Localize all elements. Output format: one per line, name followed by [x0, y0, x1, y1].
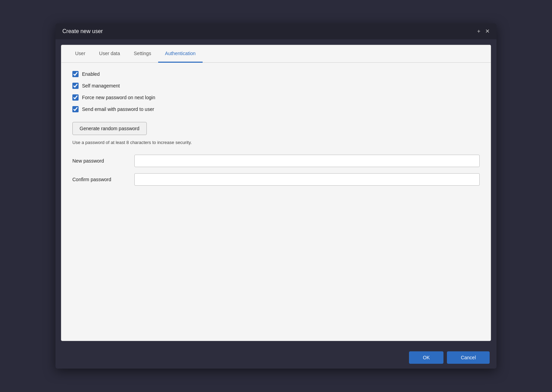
- selfmanagement-label: Self management: [82, 83, 120, 89]
- new-password-label: New password: [72, 158, 134, 164]
- checkbox-row-selfmanagement: Self management: [72, 83, 480, 89]
- ok-button[interactable]: OK: [409, 351, 443, 364]
- enabled-label: Enabled: [82, 71, 100, 77]
- generate-random-password-button[interactable]: Generate random password: [72, 122, 147, 135]
- checkbox-row-forcenewpassword: Force new password on next login: [72, 94, 480, 101]
- titlebar-actions: + ✕: [477, 29, 490, 34]
- password-hint-text: Use a password of at least 8 characters …: [72, 140, 480, 145]
- forcenewpassword-checkbox[interactable]: [72, 94, 79, 101]
- dialog-body: User User data Settings Authentication E…: [61, 45, 491, 341]
- tab-settings[interactable]: Settings: [127, 45, 158, 63]
- tab-userdata[interactable]: User data: [92, 45, 127, 63]
- checkbox-row-enabled: Enabled: [72, 71, 480, 77]
- sendemail-label: Send email with password to user: [82, 106, 154, 112]
- forcenewpassword-label: Force new password on next login: [82, 95, 155, 100]
- confirm-password-row: Confirm password: [72, 173, 480, 186]
- dialog-titlebar: Create new user + ✕: [55, 23, 497, 39]
- new-password-input[interactable]: [134, 155, 480, 167]
- checkbox-row-sendemail: Send email with password to user: [72, 106, 480, 112]
- dialog-footer: OK Cancel: [55, 347, 497, 369]
- close-icon[interactable]: ✕: [485, 29, 490, 34]
- dialog-title: Create new user: [62, 28, 103, 34]
- authentication-tab-content: Enabled Self management Force new passwo…: [61, 63, 491, 200]
- add-icon[interactable]: +: [477, 29, 480, 34]
- confirm-password-input[interactable]: [134, 173, 480, 186]
- confirm-password-label: Confirm password: [72, 177, 134, 182]
- new-password-row: New password: [72, 155, 480, 167]
- enabled-checkbox[interactable]: [72, 71, 79, 77]
- selfmanagement-checkbox[interactable]: [72, 83, 79, 89]
- tabs: User User data Settings Authentication: [61, 45, 491, 63]
- tab-authentication[interactable]: Authentication: [158, 45, 203, 63]
- tab-user[interactable]: User: [68, 45, 92, 63]
- create-user-dialog: Create new user + ✕ User User data Setti…: [55, 23, 497, 369]
- checkboxes-section: Enabled Self management Force new passwo…: [72, 71, 480, 112]
- cancel-button[interactable]: Cancel: [447, 351, 490, 364]
- sendemail-checkbox[interactable]: [72, 106, 79, 112]
